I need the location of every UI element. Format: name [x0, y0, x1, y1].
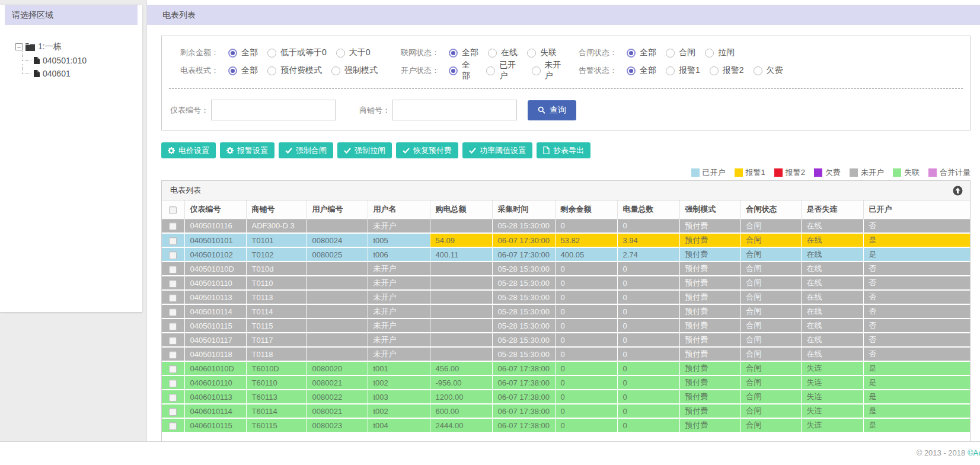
table-row[interactable]: 0405010101T01010080024t00554.0906-07 17:…: [162, 233, 970, 247]
price-settings-button[interactable]: 电价设置: [161, 142, 216, 158]
filter-radio-option[interactable]: 报警1: [666, 65, 700, 76]
filter-radio-option[interactable]: 全部: [627, 65, 656, 76]
table-cell: 未开户: [368, 319, 430, 333]
table-row[interactable]: 0406010110T601100080021t002-956.0006-07 …: [162, 375, 970, 390]
filter-radio-option[interactable]: 合闸: [666, 47, 695, 58]
filter-radio-option[interactable]: 欠费: [754, 65, 783, 76]
row-checkbox[interactable]: [169, 222, 177, 230]
tree-node-meter-label[interactable]: 040501:010: [43, 56, 87, 65]
radio-label: 已开户: [499, 60, 522, 81]
tree-node-building-label[interactable]: 1:一栋: [38, 42, 62, 52]
radio-label: 低于或等于0: [280, 47, 327, 58]
restore-prepaid-button[interactable]: 恢复预付费: [396, 142, 458, 158]
tree-node-meter-label[interactable]: 040601: [43, 69, 71, 78]
table-cell: 合闸: [740, 262, 801, 276]
meter-table: 仪表编号商铺号用户编号用户名购电总额采集时间剩余金额电量总数强制模式合闸状态是否…: [162, 200, 971, 433]
table-cell: 是: [863, 233, 970, 247]
table-row[interactable]: 0405010113T0113未开户05-28 15:30:0000预付费合闸在…: [162, 290, 970, 304]
table-cell: 06-07 17:38:00: [492, 404, 555, 418]
table-cell: [430, 304, 492, 319]
table-row[interactable]: 0405010110T0110未开户05-28 15:30:0000预付费合闸在…: [162, 276, 970, 290]
check-icon: [344, 148, 351, 154]
legend-label: 报警2: [786, 167, 805, 178]
row-checkbox[interactable]: [169, 266, 177, 273]
table-row[interactable]: 040601010DT6010D0080020t001456.0006-07 1…: [162, 361, 970, 375]
select-all-checkbox[interactable]: [169, 206, 177, 214]
legend-label: 合并计量: [940, 167, 971, 178]
filter-radio-option[interactable]: 全部: [449, 60, 477, 81]
table-row[interactable]: 0405010102T01020080025t006400.1106-07 17…: [162, 247, 970, 262]
table-row[interactable]: 0405010116ADF300-D 3未开户05-28 15:30:0000预…: [162, 219, 970, 233]
table-row[interactable]: 0406010114T601140080021t002600.0006-07 1…: [162, 404, 970, 418]
row-checkbox[interactable]: [169, 408, 177, 416]
filter-radio-option[interactable]: 全部: [449, 47, 478, 58]
toolbar: 电价设置报警设置强制合闸强制拉闸恢复预付费功率阈值设置抄表导出: [161, 142, 971, 158]
row-checkbox[interactable]: [169, 365, 177, 373]
tree-collapse-toggle[interactable]: −: [15, 43, 23, 50]
force-trip-button[interactable]: 强制拉闸: [337, 142, 392, 158]
table-cell: 预付费: [679, 418, 740, 432]
table-row[interactable]: 0405010115T0115未开户05-28 15:30:0000预付费合闸在…: [162, 319, 970, 333]
table-cell: 合闸: [740, 404, 801, 418]
power-threshold-button[interactable]: 功率阈值设置: [462, 142, 532, 158]
filter-group: 剩余金额：全部低于或等于0大于0: [169, 47, 390, 58]
table-row[interactable]: 0405010114T0114未开户05-28 15:30:0000预付费合闸在…: [162, 304, 970, 319]
filter-radio-option[interactable]: 未开户: [532, 60, 567, 81]
filter-radio-option[interactable]: 大于0: [336, 47, 371, 58]
table-cell: 0406010110: [184, 375, 246, 390]
table-cell: 06-07 17:38:00: [492, 375, 555, 390]
radio-icon: [627, 66, 636, 75]
row-checkbox[interactable]: [169, 394, 177, 402]
filter-radio-option[interactable]: 预付费模式: [267, 65, 322, 76]
table-cell: 0: [555, 262, 617, 276]
filter-radio-option[interactable]: 失联: [527, 47, 557, 58]
table-cell: 未开户: [368, 333, 430, 347]
row-checkbox[interactable]: [169, 380, 177, 387]
table-cell: 0405010118: [184, 347, 246, 361]
meter-number-label: 仪表编号：: [170, 105, 209, 116]
row-checkbox[interactable]: [169, 351, 177, 359]
table-row[interactable]: 040501010DT010d未开户05-28 15:30:0000预付费合闸在…: [162, 262, 970, 276]
row-checkbox[interactable]: [169, 422, 177, 430]
row-checkbox[interactable]: [169, 251, 177, 259]
column-header: 已开户: [863, 200, 970, 219]
table-row[interactable]: 0406010113T601130080022t0031200.0006-07 …: [162, 390, 970, 404]
meter-number-input[interactable]: [211, 100, 336, 120]
table-row[interactable]: 0405010117T0117未开户05-28 15:30:0000预付费合闸在…: [162, 333, 970, 347]
filter-radio-option[interactable]: 低于或等于0: [267, 47, 327, 58]
main-content: 剩余金额：全部低于或等于0大于0联网状态：全部在线失联合闸状态：全部合闸拉闸 电…: [147, 25, 980, 441]
table-cell: 53.82: [555, 233, 617, 247]
row-checkbox[interactable]: [169, 308, 177, 316]
meter-export-button[interactable]: 抄表导出: [537, 142, 590, 158]
shop-number-input[interactable]: [392, 100, 517, 120]
filter-radio-option[interactable]: 报警2: [710, 65, 744, 76]
table-cell: 3.94: [617, 233, 679, 247]
table-row[interactable]: 0406010115T601150080023t0042444.0006-07 …: [162, 418, 970, 432]
filter-row-2: 电表模式：全部预付费模式强制模式开户状态：全部已开户未开户告警状态：全部报警1报…: [169, 62, 963, 79]
table-cell: [430, 262, 492, 276]
row-checkbox-cell: [162, 262, 184, 276]
gear-icon: [226, 147, 234, 154]
row-checkbox[interactable]: [169, 280, 177, 288]
filter-radio-option[interactable]: 强制模式: [331, 65, 378, 76]
row-checkbox[interactable]: [169, 237, 177, 245]
column-header: 仪表编号: [184, 200, 246, 219]
alarm-settings-button[interactable]: 报警设置: [220, 142, 274, 158]
table-row[interactable]: 0405010118T0118未开户05-28 15:30:0000预付费合闸在…: [162, 347, 970, 361]
filter-radio-option[interactable]: 全部: [627, 47, 656, 58]
force-close-button[interactable]: 强制合闸: [279, 142, 333, 158]
search-button[interactable]: 查询: [528, 100, 576, 120]
filter-radio-option[interactable]: 已开户: [486, 60, 522, 81]
filter-radio-option[interactable]: 全部: [228, 65, 258, 76]
collapse-up-icon[interactable]: [953, 186, 963, 196]
row-checkbox[interactable]: [169, 337, 177, 345]
filter-radio-option[interactable]: 在线: [488, 47, 518, 58]
sidebar: 请选择区域 − 1:一栋 040501:010040601: [0, 0, 142, 441]
row-checkbox[interactable]: [169, 294, 177, 302]
row-checkbox[interactable]: [169, 323, 177, 330]
filter-group: 合闸状态：全部合闸拉闸: [567, 47, 735, 58]
legend-item: 失联: [893, 167, 920, 178]
filter-radio-option[interactable]: 全部: [228, 47, 258, 58]
table-cell: 预付费: [679, 219, 740, 233]
filter-radio-option[interactable]: 拉闸: [705, 47, 735, 58]
